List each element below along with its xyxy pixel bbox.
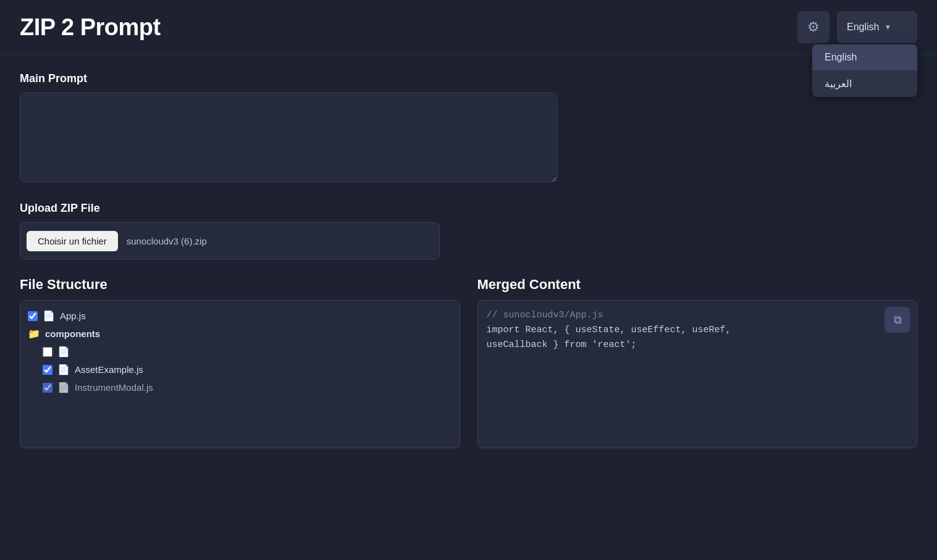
file-structure-panel-wrapper: File Structure 📄 App.js 📁 components 📄 bbox=[20, 277, 460, 448]
merged-content-panel-wrapper: Merged Content ⧉ // sunocloudv3/App.js i… bbox=[477, 277, 918, 448]
file-name-display: sunocloudv3 (6).zip bbox=[124, 236, 207, 246]
app-title: ZIP 2 Prompt bbox=[20, 14, 161, 41]
file-icon: 📄 bbox=[57, 382, 70, 393]
language-selected-label: English bbox=[847, 22, 879, 33]
upload-label: Upload ZIP File bbox=[20, 202, 917, 215]
main-prompt-section: Main Prompt bbox=[20, 72, 917, 185]
language-select-button[interactable]: English ▼ bbox=[837, 11, 917, 43]
file-item-label: App.js bbox=[60, 311, 86, 321]
code-line-3: useCallback } from 'react'; bbox=[487, 340, 637, 350]
chevron-down-icon: ▼ bbox=[884, 23, 891, 31]
list-item: 📄 App.js bbox=[28, 307, 452, 325]
file-upload-container: Choisir un fichier sunocloudv3 (6).zip bbox=[20, 222, 440, 259]
settings-button[interactable]: ⚙ bbox=[797, 11, 830, 43]
choose-file-button[interactable]: Choisir un fichier bbox=[27, 231, 118, 251]
gear-icon: ⚙ bbox=[807, 19, 820, 35]
folder-name-components: components bbox=[45, 328, 100, 339]
file-checkbox-appjs[interactable] bbox=[28, 311, 38, 321]
copy-button[interactable]: ⧉ bbox=[884, 307, 910, 333]
merged-content-panel[interactable]: ⧉ // sunocloudv3/App.js import React, { … bbox=[477, 300, 918, 448]
file-checkbox-instrumentmodal[interactable] bbox=[43, 383, 53, 393]
header-controls: ⚙ English ▼ English العربية bbox=[797, 11, 917, 43]
file-icon: 📄 bbox=[57, 364, 70, 375]
language-option-arabic[interactable]: العربية bbox=[812, 70, 917, 97]
language-dropdown-menu: English العربية bbox=[812, 44, 917, 97]
file-item-label: InstrumentModal.js bbox=[75, 382, 153, 393]
header: ZIP 2 Prompt ⚙ English ▼ English العربية bbox=[0, 0, 937, 55]
bottom-panels: File Structure 📄 App.js 📁 components 📄 bbox=[20, 277, 917, 448]
code-line-2: import React, { useState, useEffect, use… bbox=[487, 325, 731, 335]
file-checkbox-assetexample[interactable] bbox=[43, 365, 53, 375]
merged-content-code: // sunocloudv3/App.js import React, { us… bbox=[487, 308, 909, 353]
main-content: Main Prompt Upload ZIP File Choisir un f… bbox=[0, 55, 937, 466]
main-prompt-label: Main Prompt bbox=[20, 72, 917, 85]
language-dropdown-container: English ▼ English العربية bbox=[837, 11, 917, 43]
code-line-1: // sunocloudv3/App.js bbox=[487, 310, 603, 320]
list-item: 📄 AssetExample.js bbox=[28, 361, 452, 378]
main-prompt-textarea[interactable] bbox=[20, 93, 557, 182]
file-structure-panel[interactable]: 📄 App.js 📁 components 📄 📄 bbox=[20, 300, 460, 448]
merged-content-title: Merged Content bbox=[477, 277, 918, 293]
file-icon: 📄 bbox=[43, 310, 55, 322]
language-option-english[interactable]: English bbox=[812, 44, 917, 70]
file-structure-title: File Structure bbox=[20, 277, 460, 293]
file-checkbox-unnamed[interactable] bbox=[43, 347, 53, 357]
list-item: 📄 InstrumentModal.js bbox=[28, 378, 452, 396]
file-icon: 📄 bbox=[57, 346, 70, 357]
file-item-label: AssetExample.js bbox=[75, 364, 143, 375]
copy-icon: ⧉ bbox=[894, 314, 902, 327]
upload-section: Upload ZIP File Choisir un fichier sunoc… bbox=[20, 202, 917, 259]
list-item: 📁 components bbox=[28, 325, 452, 343]
folder-icon: 📁 bbox=[28, 328, 40, 340]
list-item: 📄 bbox=[28, 343, 452, 361]
